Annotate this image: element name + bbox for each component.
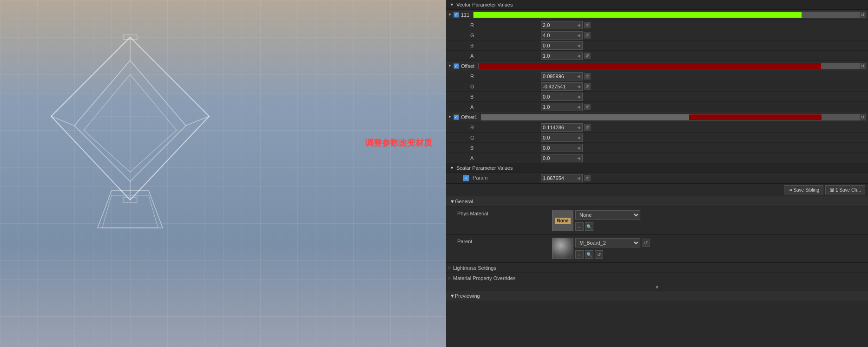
parent-reset-btn[interactable]: ↺ bbox=[642, 239, 650, 247]
input-offset-r[interactable]: ◀ bbox=[541, 72, 583, 80]
input-icon-111-b: ◀ bbox=[575, 42, 582, 49]
input-field-offset1-a[interactable] bbox=[541, 155, 575, 161]
param-row-offset-a: A ◀ ↺ bbox=[446, 102, 868, 112]
save-sibling-button[interactable]: ⇥ Save Sibling bbox=[784, 185, 823, 194]
input-offset1-r[interactable]: ◀ bbox=[541, 123, 583, 132]
input-offset-a[interactable]: ◀ bbox=[541, 103, 583, 111]
group-name-111: 111 bbox=[461, 12, 469, 18]
previewing-header[interactable]: ▼ Previewing bbox=[446, 291, 868, 300]
viewport-3d[interactable]: 调整参数改变材质 bbox=[0, 0, 446, 347]
phys-material-label: Phys Material bbox=[446, 207, 548, 234]
channel-label-111-b: B bbox=[448, 43, 541, 48]
reset-scalar-param[interactable]: ↺ bbox=[584, 175, 591, 181]
param-row-111-r: R ◀ ↺ bbox=[446, 20, 868, 30]
scalar-checkbox[interactable]: ✓ bbox=[463, 175, 469, 181]
channel-value-offset1-b: ◀ bbox=[541, 144, 866, 152]
reset-offset-r[interactable]: ↺ bbox=[584, 73, 591, 80]
input-field-111-b[interactable] bbox=[541, 43, 575, 48]
vector-params-section-header[interactable]: ▼ Vector Parameter Values bbox=[446, 0, 868, 10]
parent-search-btn[interactable]: 🔍 bbox=[585, 250, 593, 259]
param-group-offset1[interactable]: ▼ ✓ Offset1 ↺ bbox=[446, 112, 868, 122]
reset-offset-a[interactable]: ↺ bbox=[584, 104, 591, 110]
input-field-offset1-r[interactable] bbox=[541, 125, 575, 130]
param-row-offset-b: B ◀ bbox=[446, 92, 868, 102]
input-field-scalar-param[interactable] bbox=[541, 175, 575, 181]
reset-btn-offset[interactable]: ↺ bbox=[860, 63, 866, 69]
reset-g-111[interactable]: ↺ bbox=[584, 32, 591, 39]
param-row-offset1-r: R ◀ ↺ bbox=[446, 122, 868, 133]
input-111-b[interactable]: ◀ bbox=[541, 41, 583, 50]
phys-material-btns: ← 🔍 bbox=[575, 222, 640, 231]
param-row-offset-g: G ◀ ↺ bbox=[446, 81, 868, 92]
channel-label-111-g: G bbox=[448, 33, 541, 38]
input-offset-b[interactable]: ◀ bbox=[541, 93, 583, 101]
phys-material-select[interactable]: None bbox=[575, 210, 640, 220]
parent-controls: M_Board_2 ↺ ← 🔍 ↺ bbox=[575, 238, 650, 259]
save-child-icon: 🖫 bbox=[829, 187, 834, 193]
channel-label-111-r: R bbox=[448, 22, 541, 28]
param-group-111[interactable]: ▼ ✓ 111 ↺ bbox=[446, 10, 868, 20]
input-field-offset-a[interactable] bbox=[541, 104, 575, 110]
parent-thumbnail bbox=[552, 238, 573, 259]
input-field-111-r[interactable] bbox=[541, 22, 575, 28]
reset-r-111[interactable]: ↺ bbox=[584, 22, 591, 28]
input-field-offset1-g[interactable] bbox=[541, 135, 575, 140]
input-offset-g[interactable]: ◀ bbox=[541, 82, 583, 91]
collapse-triangle: ▼ bbox=[450, 2, 454, 7]
scroll-arrow: ▼ bbox=[655, 285, 659, 290]
channel-value-offset-g: ◀ ↺ bbox=[541, 82, 866, 91]
group-name-offset1: Offset1 bbox=[461, 114, 477, 120]
lightmass-row[interactable]: ▷ Lightmass Settings bbox=[446, 263, 868, 273]
color-bar-offset bbox=[478, 63, 860, 69]
general-header[interactable]: ▼ General bbox=[446, 196, 868, 207]
input-field-offset-g[interactable] bbox=[541, 84, 575, 89]
phys-material-search-btn[interactable]: 🔍 bbox=[585, 222, 593, 231]
input-field-offset1-b[interactable] bbox=[541, 145, 575, 151]
reset-btn-offset1[interactable]: ↺ bbox=[860, 114, 866, 120]
toolbar-row: ⇥ Save Sibling 🖫 1 Save Ch... bbox=[446, 183, 868, 196]
material-overrides-row[interactable]: ▷ Material Property Overrides bbox=[446, 273, 868, 283]
phys-material-arrow-btn[interactable]: ← bbox=[575, 222, 584, 231]
param-group-offset[interactable]: ▼ ✓ Offset ↺ bbox=[446, 61, 868, 71]
input-field-offset-b[interactable] bbox=[541, 94, 575, 100]
input-111-r[interactable]: ◀ bbox=[541, 21, 583, 29]
input-111-a[interactable]: ◀ bbox=[541, 52, 583, 60]
input-icon-111-r: ◀ bbox=[575, 21, 582, 29]
group-triangle-offset1: ▼ bbox=[448, 115, 452, 119]
scalar-value-area: ◀ ↺ bbox=[541, 174, 866, 182]
param-row-offset-r: R ◀ ↺ bbox=[446, 71, 868, 81]
input-field-offset-r[interactable] bbox=[541, 73, 575, 79]
scalar-params-section-header[interactable]: ▼ Scalar Parameter Values bbox=[446, 163, 868, 173]
reset-btn-111[interactable]: ↺ bbox=[860, 12, 866, 18]
group-name-offset: Offset bbox=[461, 63, 474, 69]
parent-browse-btn[interactable]: ↺ bbox=[595, 250, 603, 259]
input-field-111-g[interactable] bbox=[541, 33, 575, 38]
parent-arrow-btn[interactable]: ← bbox=[575, 250, 584, 259]
parent-select[interactable]: M_Board_2 bbox=[575, 238, 640, 247]
input-field-111-a[interactable] bbox=[541, 53, 575, 59]
input-offset1-b[interactable]: ◀ bbox=[541, 144, 583, 152]
svg-line-6 bbox=[51, 116, 74, 126]
input-offset1-a[interactable]: ◀ bbox=[541, 154, 583, 162]
parent-select-row: M_Board_2 ↺ bbox=[575, 238, 650, 247]
channel-label-offset1-b: B bbox=[448, 145, 541, 151]
save-child-button[interactable]: 🖫 1 Save Ch... bbox=[825, 185, 865, 194]
reset-offset1-r[interactable]: ↺ bbox=[584, 124, 591, 131]
material-overrides-triangle: ▷ bbox=[448, 276, 451, 280]
checkbox-offset1[interactable]: ✓ bbox=[454, 114, 459, 120]
param-row-111-b: B ◀ bbox=[446, 40, 868, 51]
reset-offset-g[interactable]: ↺ bbox=[584, 83, 591, 90]
input-offset1-g[interactable]: ◀ bbox=[541, 133, 583, 142]
input-scalar-param[interactable]: ◀ bbox=[541, 174, 583, 182]
save-child-label: 1 Save Ch... bbox=[835, 187, 861, 193]
input-icon-offset1-r: ◀ bbox=[575, 124, 582, 131]
input-icon-offset1-g: ◀ bbox=[575, 134, 582, 141]
checkbox-111[interactable]: ✓ bbox=[454, 12, 459, 18]
checkbox-offset[interactable]: ✓ bbox=[454, 63, 459, 69]
properties-scroll-area[interactable]: ▼ Vector Parameter Values ▼ ✓ 111 ↺ R ◀ … bbox=[446, 0, 868, 347]
input-111-g[interactable]: ◀ bbox=[541, 31, 583, 40]
channel-value-111-a: ◀ ↺ bbox=[541, 52, 866, 60]
reset-a-111[interactable]: ↺ bbox=[584, 53, 591, 59]
vector-params-label: Vector Parameter Values bbox=[456, 2, 513, 7]
general-section: ▼ General Phys Material None None bbox=[446, 196, 868, 283]
